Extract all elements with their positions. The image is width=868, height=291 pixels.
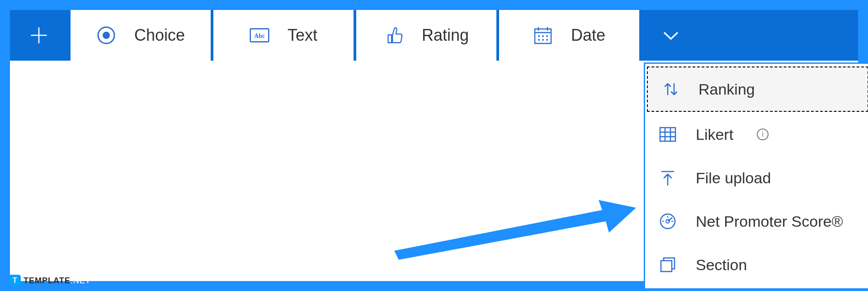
nps-label: Net Promoter Score® xyxy=(696,213,843,230)
dropdown-item-ranking[interactable]: Ranking xyxy=(647,67,868,112)
question-type-toolbar: Choice Abc Text Rating Date xyxy=(10,10,858,61)
text-button[interactable]: Abc Text xyxy=(213,10,354,61)
plus-icon xyxy=(29,25,49,45)
add-question-button[interactable] xyxy=(10,10,68,61)
ranking-icon xyxy=(660,79,680,99)
more-types-dropdown-button[interactable] xyxy=(642,10,700,61)
chevron-down-icon xyxy=(661,25,681,45)
dropdown-item-likert[interactable]: Likert i xyxy=(645,113,868,156)
dropdown-item-file-upload[interactable]: File upload xyxy=(645,156,868,200)
watermark-badge-icon: T xyxy=(9,275,21,286)
radio-icon xyxy=(96,25,116,45)
text-label: Text xyxy=(288,26,317,45)
question-type-dropdown: Ranking Likert i File upload Net Promote… xyxy=(644,62,868,290)
text-abc-icon: Abc xyxy=(250,25,269,45)
section-label: Section xyxy=(696,256,747,274)
section-icon xyxy=(658,255,678,275)
svg-text:Abc: Abc xyxy=(254,33,264,39)
calendar-icon xyxy=(533,25,553,45)
file-upload-label: File upload xyxy=(696,169,771,187)
date-button[interactable]: Date xyxy=(499,10,639,61)
app-container: Choice Abc Text Rating Date xyxy=(8,8,860,283)
svg-rect-28 xyxy=(661,261,672,272)
watermark-text: TEMPLATE.NET xyxy=(24,276,91,286)
nps-gauge-icon xyxy=(658,211,678,231)
dropdown-item-section[interactable]: Section xyxy=(645,243,868,286)
ranking-label: Ranking xyxy=(698,81,755,98)
file-upload-icon xyxy=(658,168,678,188)
watermark: T TEMPLATE.NET xyxy=(9,275,91,286)
rating-label: Rating xyxy=(422,26,469,45)
date-label: Date xyxy=(571,26,605,45)
thumbs-up-icon xyxy=(384,25,404,45)
choice-label: Choice xyxy=(134,26,185,45)
likert-grid-icon xyxy=(658,124,678,144)
choice-button[interactable]: Choice xyxy=(71,10,211,61)
annotation-arrow-icon xyxy=(385,196,638,260)
svg-point-3 xyxy=(103,32,110,39)
likert-label: Likert xyxy=(696,126,733,143)
svg-rect-16 xyxy=(660,128,675,141)
rating-button[interactable]: Rating xyxy=(356,10,496,61)
info-icon: i xyxy=(757,129,769,140)
dropdown-item-nps[interactable]: Net Promoter Score® xyxy=(645,200,868,243)
